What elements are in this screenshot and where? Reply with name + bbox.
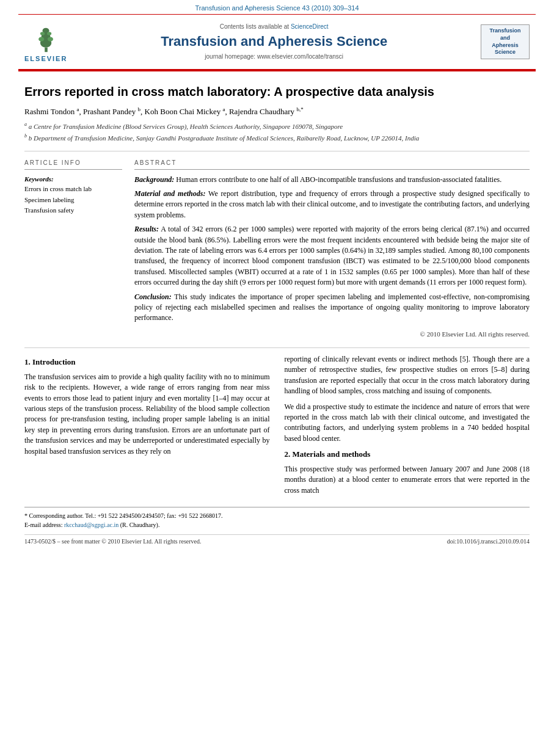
article-info-heading: ARTICLE INFO bbox=[24, 159, 122, 170]
abstract-background-text: Human errors contribute to one half of a… bbox=[176, 175, 501, 184]
svg-rect-0 bbox=[45, 48, 48, 52]
elsevier-logo: ELSEVIER bbox=[24, 20, 67, 64]
abstract-results-label: Results: bbox=[134, 225, 159, 233]
journal-title: Transfusion and Apheresis Science bbox=[67, 34, 481, 49]
keyword-1: Errors in cross match lab bbox=[24, 184, 122, 195]
copyright-line: © 2010 Elsevier Ltd. All rights reserved… bbox=[134, 330, 530, 339]
two-col-body: 1. Introduction The transfusion services… bbox=[24, 354, 530, 501]
svg-point-6 bbox=[40, 32, 45, 36]
abstract-background-label: Background: bbox=[134, 175, 174, 184]
abstract-methods-label: Material and methods: bbox=[134, 189, 205, 198]
affiliation-b: b b Department of Transfusion Medicine, … bbox=[24, 133, 530, 143]
keyword-3: Transfusion safety bbox=[24, 205, 122, 216]
body-col-left: 1. Introduction The transfusion services… bbox=[24, 354, 270, 501]
abstract-heading: ABSTRACT bbox=[134, 159, 530, 170]
methods-heading: 2. Materials and methods bbox=[285, 449, 530, 460]
sciencedirect-link[interactable]: ScienceDirect bbox=[291, 23, 329, 30]
svg-point-7 bbox=[47, 32, 51, 36]
journal-cover-box: TransfusionandApheresisScience bbox=[481, 24, 530, 59]
article-authors: Rashmi Tondon a, Prashant Pandey b, Koh … bbox=[24, 106, 530, 118]
abstract-methods: Material and methods: We report distribu… bbox=[134, 189, 530, 220]
elsevier-tree-icon bbox=[32, 20, 60, 53]
journal-reference: Transfusion and Apheresis Science 43 (20… bbox=[0, 0, 554, 14]
body-section: 1. Introduction The transfusion services… bbox=[24, 354, 530, 501]
abstract-conclusion-text: This study indicates the importance of p… bbox=[134, 293, 530, 322]
email-link[interactable]: rkcchaud@sgpgi.ac.in bbox=[64, 522, 118, 528]
intro-para-3: We did a prospective study to estimate t… bbox=[285, 402, 530, 445]
abstract-conclusion-label: Conclusion: bbox=[134, 293, 172, 301]
article-main: Errors reported in cross match laborator… bbox=[24, 71, 530, 341]
journal-header: ELSEVIER Contents lists available at Sci… bbox=[18, 14, 536, 69]
abstract-conclusion: Conclusion: This study indicates the imp… bbox=[134, 292, 530, 324]
intro-heading: 1. Introduction bbox=[24, 357, 270, 368]
body-col-right: reporting of clinically relevant events … bbox=[285, 354, 530, 501]
issn-text: 1473-0502/$ – see front matter © 2010 El… bbox=[24, 537, 201, 546]
elsevier-wordmark: ELSEVIER bbox=[24, 54, 67, 64]
abstract-results-text: A total of 342 errors (6.2 per 1000 samp… bbox=[134, 225, 530, 286]
svg-point-4 bbox=[38, 37, 44, 42]
contents-line: Contents lists available at ScienceDirec… bbox=[67, 23, 481, 31]
journal-cover: TransfusionandApheresisScience bbox=[481, 24, 530, 59]
intro-para-1: The transfusion services aim to provide … bbox=[24, 372, 270, 457]
abstract-panel: ABSTRACT Background: Human errors contri… bbox=[134, 159, 530, 341]
keywords-label: Keywords: bbox=[24, 175, 122, 184]
footnote-corresponding: * Corresponding author. Tel.: +91 522 24… bbox=[24, 511, 530, 520]
info-abstract-section: ARTICLE INFO Keywords: Errors in cross m… bbox=[24, 159, 530, 341]
body-divider bbox=[24, 347, 530, 348]
journal-title-area: Contents lists available at ScienceDirec… bbox=[67, 23, 481, 60]
abstract-background: Background: Human errors contribute to o… bbox=[134, 175, 530, 185]
article-title: Errors reported in cross match laborator… bbox=[24, 84, 530, 100]
abstract-results: Results: A total of 342 errors (6.2 per … bbox=[134, 224, 530, 288]
affiliation-a: a a Centre for Transfusion Medicine (Blo… bbox=[24, 121, 530, 131]
bottom-bar: 1473-0502/$ – see front matter © 2010 El… bbox=[24, 534, 530, 546]
journal-homepage: journal homepage: www.elsevier.com/locat… bbox=[67, 53, 481, 61]
intro-para-2: reporting of clinically relevant events … bbox=[285, 354, 530, 397]
journal-ref-text: Transfusion and Apheresis Science 43 (20… bbox=[195, 4, 359, 12]
keywords-list: Errors in cross match lab Specimen label… bbox=[24, 184, 122, 216]
section-divider-line bbox=[24, 151, 530, 151]
article-info-panel: ARTICLE INFO Keywords: Errors in cross m… bbox=[24, 159, 122, 341]
footnote-email: E-mail address: rkcchaud@sgpgi.ac.in (R.… bbox=[24, 520, 530, 529]
elsevier-logo-area: ELSEVIER bbox=[24, 20, 67, 64]
svg-point-5 bbox=[47, 37, 53, 42]
keyword-2: Specimen labeling bbox=[24, 195, 122, 206]
footnote-area: * Corresponding author. Tel.: +91 522 24… bbox=[24, 507, 530, 529]
doi-text: doi:10.1016/j.transci.2010.09.014 bbox=[447, 537, 530, 546]
methods-para-1: This prospective study was performed bet… bbox=[285, 464, 530, 496]
